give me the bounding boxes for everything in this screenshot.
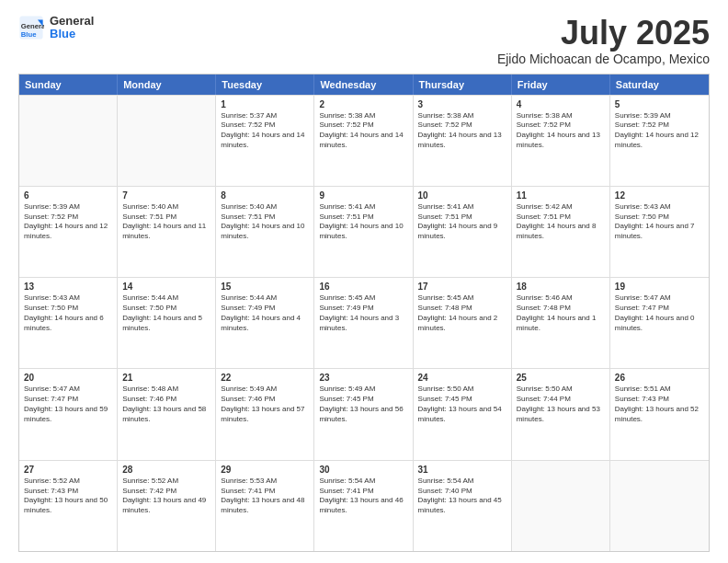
day-cell-10: 10Sunrise: 5:41 AMSunset: 7:51 PMDayligh… [414, 187, 512, 277]
logo-blue: Blue [50, 28, 94, 40]
day-cell-3: 3Sunrise: 5:38 AMSunset: 7:52 PMDaylight… [414, 96, 512, 186]
day-info: Sunrise: 5:39 AMSunset: 7:52 PMDaylight:… [24, 202, 112, 242]
day-number: 16 [319, 282, 407, 292]
day-cell-19: 19Sunrise: 5:47 AMSunset: 7:47 PMDayligh… [610, 278, 709, 368]
day-info: Sunrise: 5:54 AMSunset: 7:41 PMDaylight:… [319, 477, 407, 516]
day-cell-6: 6Sunrise: 5:39 AMSunset: 7:52 PMDaylight… [19, 187, 118, 277]
day-number: 29 [221, 465, 309, 475]
day-number: 9 [319, 190, 407, 201]
day-number: 1 [221, 99, 309, 109]
day-info: Sunrise: 5:46 AMSunset: 7:48 PMDaylight:… [517, 293, 605, 333]
header: General Blue General Blue July 2025 Ejid… [18, 15, 710, 66]
day-header-sunday: Sunday [19, 75, 118, 95]
day-info: Sunrise: 5:44 AMSunset: 7:49 PMDaylight:… [221, 293, 309, 333]
day-info: Sunrise: 5:38 AMSunset: 7:52 PMDaylight:… [319, 111, 407, 151]
day-cell-15: 15Sunrise: 5:44 AMSunset: 7:49 PMDayligh… [216, 278, 314, 368]
svg-text:Blue: Blue [21, 30, 37, 39]
day-info: Sunrise: 5:42 AMSunset: 7:51 PMDaylight:… [517, 202, 605, 242]
day-number: 27 [24, 465, 112, 475]
day-header-tuesday: Tuesday [216, 75, 314, 95]
day-cell-26: 26Sunrise: 5:51 AMSunset: 7:43 PMDayligh… [610, 369, 709, 459]
empty-cell [512, 461, 610, 551]
day-info: Sunrise: 5:38 AMSunset: 7:52 PMDaylight:… [418, 111, 506, 151]
day-number: 22 [221, 373, 309, 383]
day-number: 24 [418, 373, 506, 383]
day-number: 6 [24, 190, 112, 201]
calendar-header: SundayMondayTuesdayWednesdayThursdayFrid… [19, 75, 709, 95]
day-info: Sunrise: 5:43 AMSunset: 7:50 PMDaylight:… [24, 293, 112, 333]
logo: General Blue General Blue [18, 15, 94, 41]
day-number: 25 [517, 373, 605, 383]
day-header-saturday: Saturday [610, 75, 709, 95]
day-cell-8: 8Sunrise: 5:40 AMSunset: 7:51 PMDaylight… [216, 187, 314, 277]
day-info: Sunrise: 5:37 AMSunset: 7:52 PMDaylight:… [221, 111, 309, 151]
page: General Blue General Blue July 2025 Ejid… [0, 0, 728, 563]
day-cell-2: 2Sunrise: 5:38 AMSunset: 7:52 PMDaylight… [314, 96, 413, 186]
day-number: 17 [418, 282, 506, 292]
week-row-3: 13Sunrise: 5:43 AMSunset: 7:50 PMDayligh… [19, 277, 709, 368]
day-header-friday: Friday [512, 75, 610, 95]
week-row-4: 20Sunrise: 5:47 AMSunset: 7:47 PMDayligh… [19, 368, 709, 459]
day-info: Sunrise: 5:45 AMSunset: 7:48 PMDaylight:… [418, 293, 506, 333]
day-cell-30: 30Sunrise: 5:54 AMSunset: 7:41 PMDayligh… [314, 461, 413, 551]
day-cell-11: 11Sunrise: 5:42 AMSunset: 7:51 PMDayligh… [512, 187, 610, 277]
day-info: Sunrise: 5:47 AMSunset: 7:47 PMDaylight:… [615, 293, 704, 333]
day-info: Sunrise: 5:50 AMSunset: 7:44 PMDaylight:… [517, 385, 605, 424]
page-title: July 2025 [497, 15, 710, 52]
day-cell-12: 12Sunrise: 5:43 AMSunset: 7:50 PMDayligh… [610, 187, 709, 277]
day-number: 19 [615, 282, 704, 292]
day-number: 20 [24, 373, 112, 383]
day-cell-28: 28Sunrise: 5:52 AMSunset: 7:42 PMDayligh… [118, 461, 216, 551]
day-info: Sunrise: 5:38 AMSunset: 7:52 PMDaylight:… [517, 111, 605, 151]
day-info: Sunrise: 5:40 AMSunset: 7:51 PMDaylight:… [122, 202, 210, 242]
day-info: Sunrise: 5:45 AMSunset: 7:49 PMDaylight:… [319, 293, 407, 333]
week-row-2: 6Sunrise: 5:39 AMSunset: 7:52 PMDaylight… [19, 186, 709, 277]
day-header-wednesday: Wednesday [314, 75, 413, 95]
day-number: 30 [319, 465, 407, 475]
day-info: Sunrise: 5:43 AMSunset: 7:50 PMDaylight:… [615, 202, 704, 242]
day-number: 10 [418, 190, 506, 201]
day-info: Sunrise: 5:49 AMSunset: 7:45 PMDaylight:… [319, 385, 407, 424]
day-cell-1: 1Sunrise: 5:37 AMSunset: 7:52 PMDaylight… [216, 96, 314, 186]
day-number: 2 [319, 99, 407, 109]
day-cell-23: 23Sunrise: 5:49 AMSunset: 7:45 PMDayligh… [314, 369, 413, 459]
logo-icon: General Blue [18, 15, 44, 40]
day-number: 5 [615, 99, 704, 109]
day-info: Sunrise: 5:41 AMSunset: 7:51 PMDaylight:… [418, 202, 506, 242]
day-header-thursday: Thursday [414, 75, 512, 95]
day-number: 8 [221, 190, 309, 201]
day-cell-31: 31Sunrise: 5:54 AMSunset: 7:40 PMDayligh… [414, 461, 512, 551]
day-cell-5: 5Sunrise: 5:39 AMSunset: 7:52 PMDaylight… [610, 96, 709, 186]
day-info: Sunrise: 5:40 AMSunset: 7:51 PMDaylight:… [221, 202, 309, 242]
day-cell-27: 27Sunrise: 5:52 AMSunset: 7:43 PMDayligh… [19, 461, 118, 551]
week-row-1: 1Sunrise: 5:37 AMSunset: 7:52 PMDaylight… [19, 95, 709, 186]
title-block: July 2025 Ejido Michoacan de Ocampo, Mex… [497, 15, 710, 66]
day-number: 11 [517, 190, 605, 201]
svg-text:General: General [21, 23, 44, 31]
day-info: Sunrise: 5:50 AMSunset: 7:45 PMDaylight:… [418, 385, 506, 424]
week-row-5: 27Sunrise: 5:52 AMSunset: 7:43 PMDayligh… [19, 460, 709, 551]
day-number: 3 [418, 99, 506, 109]
day-cell-4: 4Sunrise: 5:38 AMSunset: 7:52 PMDaylight… [512, 96, 610, 186]
page-subtitle: Ejido Michoacan de Ocampo, Mexico [497, 52, 710, 66]
calendar-body: 1Sunrise: 5:37 AMSunset: 7:52 PMDaylight… [19, 95, 709, 551]
day-info: Sunrise: 5:48 AMSunset: 7:46 PMDaylight:… [122, 385, 210, 424]
day-number: 14 [122, 282, 210, 292]
day-number: 31 [418, 465, 506, 475]
empty-cell [610, 461, 709, 551]
day-info: Sunrise: 5:52 AMSunset: 7:42 PMDaylight:… [122, 477, 210, 516]
day-cell-16: 16Sunrise: 5:45 AMSunset: 7:49 PMDayligh… [314, 278, 413, 368]
day-number: 18 [517, 282, 605, 292]
day-cell-17: 17Sunrise: 5:45 AMSunset: 7:48 PMDayligh… [414, 278, 512, 368]
day-info: Sunrise: 5:51 AMSunset: 7:43 PMDaylight:… [615, 385, 704, 424]
day-number: 23 [319, 373, 407, 383]
day-number: 4 [517, 99, 605, 109]
day-cell-13: 13Sunrise: 5:43 AMSunset: 7:50 PMDayligh… [19, 278, 118, 368]
day-number: 21 [122, 373, 210, 383]
calendar: SundayMondayTuesdayWednesdayThursdayFrid… [18, 74, 710, 552]
day-info: Sunrise: 5:39 AMSunset: 7:52 PMDaylight:… [615, 111, 704, 151]
day-cell-25: 25Sunrise: 5:50 AMSunset: 7:44 PMDayligh… [512, 369, 610, 459]
logo-general: General [50, 15, 94, 28]
day-cell-29: 29Sunrise: 5:53 AMSunset: 7:41 PMDayligh… [216, 461, 314, 551]
day-info: Sunrise: 5:44 AMSunset: 7:50 PMDaylight:… [122, 293, 210, 333]
